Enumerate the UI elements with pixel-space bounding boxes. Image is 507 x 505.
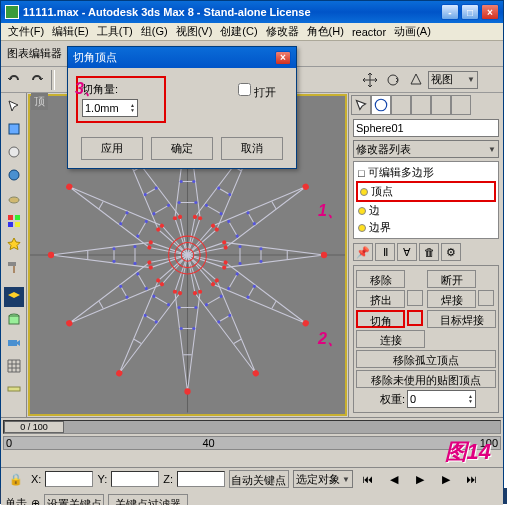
- ruler-icon[interactable]: [3, 378, 25, 400]
- show-end-icon[interactable]: Ⅱ: [375, 243, 395, 261]
- undo-icon[interactable]: [3, 69, 25, 91]
- weight-label: 权重:: [356, 390, 405, 408]
- tab-hierarchy-icon[interactable]: [391, 95, 411, 115]
- svg-rect-1: [9, 124, 19, 134]
- menu-edit[interactable]: 编辑(E): [49, 24, 92, 39]
- modifier-list[interactable]: 修改器列表: [353, 140, 499, 158]
- hammer-icon[interactable]: [3, 256, 25, 278]
- stack-root[interactable]: □可编辑多边形: [356, 164, 496, 181]
- unique-icon[interactable]: ∀: [397, 243, 417, 261]
- tab-display-icon[interactable]: [431, 95, 451, 115]
- play-icon[interactable]: ▶: [409, 468, 431, 490]
- weld-button[interactable]: 焊接: [427, 290, 476, 308]
- left-toolbar: [1, 93, 27, 417]
- menu-modifiers[interactable]: 修改器: [263, 24, 302, 39]
- x-field[interactable]: [45, 471, 93, 487]
- grid-icon[interactable]: [3, 355, 25, 377]
- minimize-button[interactable]: -: [441, 4, 459, 20]
- menu-group[interactable]: 组(G): [138, 24, 171, 39]
- selected-drop[interactable]: 选定对象: [293, 470, 353, 488]
- tab-motion-icon[interactable]: [411, 95, 431, 115]
- tool-icon-1[interactable]: [479, 69, 501, 91]
- autokey-button[interactable]: 自动关键点: [229, 470, 289, 488]
- scale-icon[interactable]: [405, 69, 427, 91]
- tab-create-icon[interactable]: [351, 95, 371, 115]
- open-checkbox[interactable]: 打开: [238, 86, 276, 98]
- svg-point-3: [9, 170, 19, 180]
- play-next-icon[interactable]: ▶: [435, 468, 457, 490]
- viewport-drop[interactable]: 视图: [428, 71, 478, 89]
- camera-icon[interactable]: [3, 332, 25, 354]
- dialog-close-button[interactable]: ×: [275, 51, 291, 65]
- tab-modify-icon[interactable]: [371, 95, 391, 115]
- layer-icon[interactable]: [3, 286, 25, 308]
- play-prev-icon[interactable]: ◀: [383, 468, 405, 490]
- keyfilter-button[interactable]: 关键点过滤器: [108, 494, 188, 505]
- weld-settings-button[interactable]: [478, 290, 494, 306]
- z-field[interactable]: [177, 471, 225, 487]
- tab-utilities-icon[interactable]: [451, 95, 471, 115]
- dialog-title: 切角顶点: [73, 50, 117, 65]
- menu-views[interactable]: 视图(V): [173, 24, 216, 39]
- menu-character[interactable]: 角色(H): [304, 24, 347, 39]
- menu-create[interactable]: 创建(C): [217, 24, 260, 39]
- menu-animation[interactable]: 动画(A): [391, 24, 434, 39]
- svg-point-4: [9, 197, 19, 203]
- configure-icon[interactable]: ⚙: [441, 243, 461, 261]
- time-ruler[interactable]: 0 40 100: [3, 436, 501, 450]
- remove-button[interactable]: 移除: [356, 270, 405, 288]
- remove-unused-button[interactable]: 移除未使用的贴图顶点: [356, 370, 496, 388]
- remove-iso-button[interactable]: 移除孤立顶点: [356, 350, 496, 368]
- extrude-settings-button[interactable]: [407, 290, 423, 306]
- menu-tools[interactable]: 工具(T): [94, 24, 136, 39]
- play-end-icon[interactable]: ⏭: [461, 468, 483, 490]
- maximize-button[interactable]: □: [461, 4, 479, 20]
- sphere-icon[interactable]: [3, 164, 25, 186]
- teapot-icon[interactable]: [3, 187, 25, 209]
- chamfer-amount-field[interactable]: 1.0mm: [82, 99, 138, 117]
- svg-point-24: [194, 201, 197, 204]
- stack-border[interactable]: 边界: [356, 219, 496, 236]
- break-button[interactable]: 断开: [427, 270, 476, 288]
- play-start-icon[interactable]: ⏮: [357, 468, 379, 490]
- apply-button[interactable]: 应用: [81, 137, 143, 160]
- stack-vertex[interactable]: 顶点: [356, 181, 496, 202]
- chamfer-settings-button[interactable]: [407, 310, 423, 326]
- viewport-label: 顶: [31, 93, 48, 110]
- delete-mod-icon[interactable]: 🗑: [419, 243, 439, 261]
- svg-rect-14: [8, 387, 20, 391]
- svg-rect-9: [8, 262, 16, 266]
- stack-edge[interactable]: 边: [356, 202, 496, 219]
- pin-stack-icon[interactable]: 📌: [353, 243, 373, 261]
- connect-button[interactable]: 连接: [356, 330, 425, 348]
- close-button[interactable]: ×: [481, 4, 499, 20]
- box-icon[interactable]: [3, 118, 25, 140]
- svg-point-26: [192, 180, 195, 183]
- select-icon[interactable]: [3, 95, 25, 117]
- y-field[interactable]: [111, 471, 159, 487]
- star-icon[interactable]: [3, 233, 25, 255]
- time-slider[interactable]: 0 / 100: [3, 420, 501, 434]
- ok-button[interactable]: 确定: [151, 137, 213, 160]
- chamfer-button[interactable]: 切角: [356, 310, 405, 328]
- setkey-button[interactable]: 设置关键点: [44, 494, 104, 505]
- menu-reactor[interactable]: reactor: [349, 26, 389, 38]
- weight-field[interactable]: 0: [407, 390, 476, 408]
- circle-icon[interactable]: [3, 141, 25, 163]
- modifier-stack[interactable]: □可编辑多边形 顶点 边 边界: [353, 161, 499, 239]
- menu-file[interactable]: 文件(F): [5, 24, 47, 39]
- move-icon[interactable]: [359, 69, 381, 91]
- edit-vertex-rollout: 移除 断开 挤出 焊接 切角 目标焊接 连接 移除孤立顶点 移除未使用的贴图顶点…: [353, 265, 499, 413]
- cancel-button[interactable]: 取消: [221, 137, 283, 160]
- cylinder-icon[interactable]: [3, 309, 25, 331]
- redo-icon[interactable]: [26, 69, 48, 91]
- svg-point-21: [173, 216, 177, 220]
- object-name-field[interactable]: Sphere01: [353, 119, 499, 137]
- color-icon[interactable]: [3, 210, 25, 232]
- command-panel: Sphere01 修改器列表 □可编辑多边形 顶点 边 边界 📌 Ⅱ ∀ 🗑 ⚙…: [348, 93, 503, 417]
- lock-icon[interactable]: 🔒: [5, 468, 27, 490]
- time-thumb[interactable]: 0 / 100: [4, 421, 64, 433]
- extrude-button[interactable]: 挤出: [356, 290, 405, 308]
- target-weld-button[interactable]: 目标焊接: [427, 310, 496, 328]
- rotate-icon[interactable]: [382, 69, 404, 91]
